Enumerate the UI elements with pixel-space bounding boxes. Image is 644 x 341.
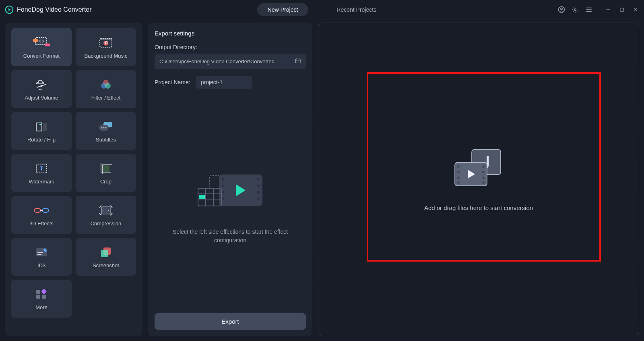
svg-point-47 xyxy=(257,198,260,200)
svg-rect-30 xyxy=(37,252,43,253)
tool-rotate-flip[interactable]: Rotate / Flip xyxy=(11,112,72,150)
app-logo-icon xyxy=(5,5,14,14)
tool-compression[interactable]: Compression xyxy=(76,196,136,234)
svg-text:T: T xyxy=(40,165,43,172)
tools-sidebar: Convert Format Background Music Adjust V… xyxy=(5,23,142,336)
tool-watermark[interactable]: T Watermark xyxy=(11,154,72,192)
svg-point-46 xyxy=(257,191,260,193)
tool-label: Watermark xyxy=(29,179,54,185)
svg-rect-34 xyxy=(36,290,40,294)
tool-label: Convert Format xyxy=(23,53,60,59)
svg-point-54 xyxy=(457,177,460,179)
svg-point-40 xyxy=(222,178,224,181)
tool-convert-format[interactable]: Convert Format xyxy=(11,28,72,66)
svg-rect-49 xyxy=(199,195,205,199)
svg-point-27 xyxy=(103,210,103,211)
browse-folder-icon[interactable] xyxy=(295,58,301,65)
svg-point-45 xyxy=(257,185,260,187)
svg-point-20 xyxy=(101,127,103,128)
screenshot-icon xyxy=(99,245,112,259)
tool-more[interactable]: More xyxy=(11,280,72,318)
3d-effects-icon xyxy=(33,204,50,217)
settings-icon[interactable] xyxy=(572,6,579,13)
tool-label: ID3 xyxy=(37,262,45,268)
tab-recent-projects[interactable]: Recent Projects xyxy=(326,3,387,16)
project-name-label: Project Name: xyxy=(155,79,190,85)
svg-point-3 xyxy=(574,9,576,11)
tool-label: 3D Effects xyxy=(29,220,54,227)
menu-icon[interactable] xyxy=(585,6,592,13)
export-button[interactable]: Export xyxy=(155,313,306,330)
svg-point-17 xyxy=(39,124,41,125)
filter-effect-icon xyxy=(99,78,112,91)
tool-label: Screenshot xyxy=(93,262,119,268)
svg-point-28 xyxy=(108,210,109,211)
svg-point-41 xyxy=(222,185,224,187)
tool-label: Background Music xyxy=(85,53,128,59)
svg-point-42 xyxy=(222,191,224,193)
profile-icon[interactable] xyxy=(558,6,565,13)
tool-subtitles[interactable]: Subtitles xyxy=(76,112,136,150)
tool-label: More xyxy=(35,304,47,310)
dropzone-label: Add or drag files here to start conversi… xyxy=(424,204,533,211)
id3-icon xyxy=(34,245,49,259)
tool-adjust-volume[interactable]: Adjust Volume xyxy=(11,70,72,108)
project-name-input[interactable] xyxy=(196,76,252,89)
svg-point-43 xyxy=(222,198,224,200)
close-icon[interactable] xyxy=(632,6,639,13)
app-title: FoneDog Video Converter xyxy=(17,6,92,13)
maximize-icon[interactable] xyxy=(618,6,625,13)
config-illustration-icon xyxy=(190,166,270,216)
background-music-icon xyxy=(99,36,113,50)
svg-rect-16 xyxy=(43,123,47,131)
svg-rect-36 xyxy=(36,295,40,299)
minimize-icon[interactable] xyxy=(605,6,612,13)
svg-rect-7 xyxy=(45,44,50,46)
dropzone-content: Add or drag files here to start conversi… xyxy=(424,148,533,211)
svg-rect-38 xyxy=(295,59,300,63)
tool-label: Crop xyxy=(100,179,111,185)
tool-screenshot[interactable]: Screenshot xyxy=(76,238,136,276)
svg-point-55 xyxy=(457,181,460,184)
svg-point-56 xyxy=(482,165,485,168)
tool-id3[interactable]: ID3 xyxy=(11,238,72,276)
subtitles-icon xyxy=(99,120,113,133)
svg-point-58 xyxy=(482,177,485,179)
compression-icon xyxy=(99,204,113,217)
svg-point-11 xyxy=(41,85,43,87)
svg-point-21 xyxy=(103,127,105,128)
adjust-volume-icon xyxy=(35,78,47,91)
tool-filter-effect[interactable]: Filter / Effect xyxy=(76,70,136,108)
svg-rect-15 xyxy=(36,123,42,131)
output-directory-field[interactable]: C:\Users\pc\FoneDog Video Converter\Conv… xyxy=(155,54,306,69)
tool-label: Subtitles xyxy=(96,137,116,143)
svg-point-14 xyxy=(105,83,111,89)
svg-point-57 xyxy=(482,171,485,173)
more-icon xyxy=(35,287,47,301)
svg-point-44 xyxy=(257,178,260,181)
file-dropzone[interactable]: Add or drag files here to start conversi… xyxy=(318,23,639,336)
svg-rect-4 xyxy=(620,8,623,11)
project-tabs: New Project Recent Projects xyxy=(257,3,387,16)
output-path-value: C:\Users\pc\FoneDog Video Converter\Conv… xyxy=(159,58,275,64)
svg-point-52 xyxy=(457,165,460,168)
svg-rect-9 xyxy=(100,38,112,40)
tool-3d-effects[interactable]: 3D Effects xyxy=(11,196,72,234)
svg-point-10 xyxy=(103,41,108,46)
output-directory-label: Output Directory: xyxy=(155,44,306,50)
tool-crop[interactable]: Crop xyxy=(76,154,136,192)
tool-label: Filter / Effect xyxy=(91,95,121,101)
svg-point-2 xyxy=(561,8,563,10)
tool-background-music[interactable]: Background Music xyxy=(76,28,136,66)
tab-new-project[interactable]: New Project xyxy=(257,3,308,16)
tool-label: Compression xyxy=(91,220,122,227)
svg-point-53 xyxy=(457,171,460,173)
svg-rect-33 xyxy=(101,250,108,257)
export-settings-panel: Export settings Output Directory: C:\Use… xyxy=(148,23,312,336)
tool-label: Rotate / Flip xyxy=(27,137,56,143)
export-settings-heading: Export settings xyxy=(155,30,306,37)
dropzone-illustration-icon xyxy=(452,148,505,190)
project-name-row: Project Name: xyxy=(155,76,306,89)
window-actions xyxy=(558,6,639,13)
main-content: Convert Format Background Music Adjust V… xyxy=(0,19,644,341)
